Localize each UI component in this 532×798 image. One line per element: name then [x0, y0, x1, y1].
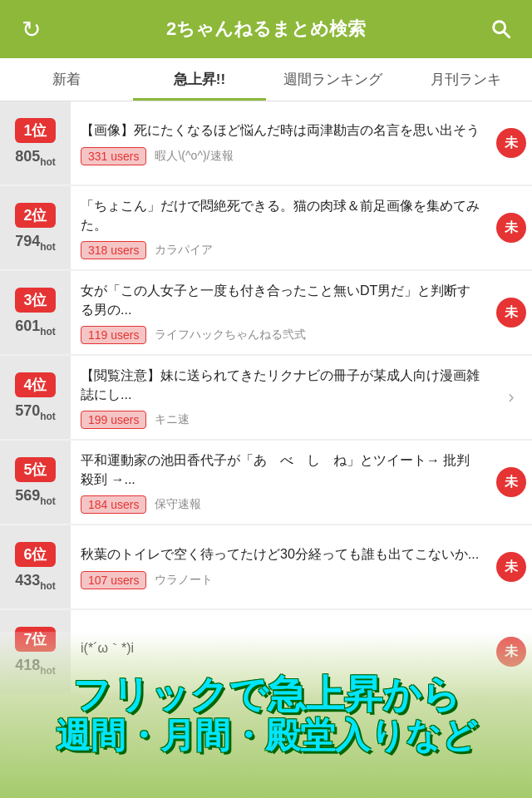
users-badge: 107 users — [81, 571, 146, 589]
item-title: 女が「この人女子と一度も付き合ったこと無いDT男だ」と判断する男の... — [81, 281, 482, 319]
action-column[interactable]: 未 — [490, 271, 532, 354]
list-item[interactable]: 1位805hot【画像】死にたくなるほど悩んだ時は両津勘吉の名言を思い出そう33… — [0, 101, 532, 185]
refresh-button[interactable]: ↻ — [15, 13, 47, 45]
users-badge: 331 users — [81, 147, 146, 165]
content-column: 「ちょこん」だけで悶絶死できる。猫の肉球＆前足画像を集めてみた。318 user… — [71, 186, 490, 269]
unread-badge[interactable]: 未 — [496, 128, 526, 158]
hot-count: 569hot — [15, 487, 56, 507]
rank-badge: 2位 — [15, 203, 55, 228]
article-list: 1位805hot【画像】死にたくなるほど悩んだ時は両津勘吉の名言を思い出そう33… — [0, 101, 532, 693]
source-label: ウラノート — [155, 573, 213, 588]
users-badge: 318 users — [81, 241, 146, 259]
item-title: 【閲覧注意】妹に送られてきたリクナビの冊子が某成人向け漫画雑誌にし... — [81, 366, 482, 404]
content-column: 秋葉のトイレで空く待ってたけど30分経っても誰も出てこないか...107 use… — [71, 525, 490, 608]
source-label: キニ速 — [155, 412, 190, 427]
list-item[interactable]: 4位570hot【閲覧注意】妹に送られてきたリクナビの冊子が某成人向け漫画雑誌に… — [0, 356, 532, 439]
rank-column: 6位433hot — [0, 525, 71, 608]
search-button[interactable] — [485, 13, 517, 45]
tab-weekly[interactable]: 週間ランキング — [266, 58, 399, 101]
tab-bar: 新着急上昇!!週間ランキング月刊ランキ — [0, 58, 532, 101]
refresh-icon: ↻ — [22, 16, 41, 43]
unread-badge[interactable]: 未 — [496, 552, 526, 582]
hot-count: 433hot — [15, 572, 56, 592]
tab-new[interactable]: 新着 — [0, 58, 133, 101]
item-meta: 331 users暇人\(^o^)/速報 — [81, 147, 482, 165]
app-header: ↻ 2ちゃんねるまとめ検索 — [0, 0, 532, 58]
rank-badge: 6位 — [15, 542, 55, 567]
rank-badge: 3位 — [15, 288, 55, 313]
promo-overlay: フリックで急上昇から 週間・月間・殿堂入りなど — [0, 632, 532, 798]
item-meta: 318 usersカラパイア — [81, 241, 482, 259]
list-item[interactable]: 5位569hot平和運動家の池田香代子が「あ べ し ね」とツイート→ 批判殺到… — [0, 441, 532, 524]
action-column[interactable]: 未 — [490, 441, 532, 524]
tab-monthly[interactable]: 月刊ランキ — [399, 58, 532, 101]
rank-badge: 5位 — [15, 457, 55, 482]
chevron-right-icon[interactable]: › — [508, 387, 514, 408]
list-item[interactable]: 2位794hot「ちょこん」だけで悶絶死できる。猫の肉球＆前足画像を集めてみた。… — [0, 186, 532, 269]
hot-count: 570hot — [15, 402, 56, 422]
hot-count: 805hot — [15, 148, 56, 168]
item-title: 「ちょこん」だけで悶絶死できる。猫の肉球＆前足画像を集めてみた。 — [81, 196, 482, 234]
unread-badge[interactable]: 未 — [496, 467, 526, 497]
item-meta: 199 usersキニ速 — [81, 411, 482, 429]
rank-badge: 4位 — [15, 372, 55, 397]
item-meta: 119 usersライフハックちゃんねる弐式 — [81, 326, 482, 344]
tab-rising[interactable]: 急上昇!! — [133, 58, 266, 101]
source-label: 保守速報 — [155, 497, 201, 512]
svg-point-0 — [494, 22, 505, 33]
rank-column: 3位601hot — [0, 271, 71, 354]
overlay-line1: フリックで急上昇から — [72, 673, 461, 716]
item-meta: 184 users保守速報 — [81, 495, 482, 514]
content-column: 【画像】死にたくなるほど悩んだ時は両津勘吉の名言を思い出そう331 users暇… — [71, 101, 490, 185]
users-badge: 199 users — [81, 411, 146, 429]
list-item[interactable]: 6位433hot秋葉のトイレで空く待ってたけど30分経っても誰も出てこないか..… — [0, 525, 532, 608]
users-badge: 184 users — [81, 495, 146, 514]
source-label: カラパイア — [155, 243, 213, 258]
users-badge: 119 users — [81, 326, 146, 344]
action-column[interactable]: 未 — [490, 186, 532, 269]
rank-column: 1位805hot — [0, 101, 71, 185]
item-title: 平和運動家の池田香代子が「あ べ し ね」とツイート→ 批判殺到 →... — [81, 451, 482, 489]
rank-column: 5位569hot — [0, 441, 71, 524]
search-icon — [490, 17, 513, 41]
rank-badge: 1位 — [15, 118, 55, 143]
action-column[interactable]: › — [490, 356, 532, 439]
content-column: 平和運動家の池田香代子が「あ べ し ね」とツイート→ 批判殺到 →...184… — [71, 441, 490, 524]
hot-count: 601hot — [15, 318, 56, 337]
source-label: 暇人\(^o^)/速報 — [155, 149, 233, 164]
item-title: 【画像】死にたくなるほど悩んだ時は両津勘吉の名言を思い出そう — [81, 121, 482, 140]
action-column[interactable]: 未 — [490, 101, 532, 185]
hot-count: 794hot — [15, 233, 56, 253]
item-meta: 107 usersウラノート — [81, 571, 482, 589]
content-column: 【閲覧注意】妹に送られてきたリクナビの冊子が某成人向け漫画雑誌にし...199 … — [71, 356, 490, 439]
overlay-line2: 週間・月間・殿堂入りなど — [56, 715, 477, 756]
item-title: 秋葉のトイレで空く待ってたけど30分経っても誰も出てこないか... — [81, 544, 482, 564]
source-label: ライフハックちゃんねる弐式 — [155, 328, 306, 342]
svg-line-1 — [504, 32, 510, 38]
rank-column: 4位570hot — [0, 356, 71, 439]
unread-badge[interactable]: 未 — [496, 298, 526, 328]
action-column[interactable]: 未 — [490, 525, 532, 608]
app-title: 2ちゃんねるまとめ検索 — [166, 17, 366, 42]
content-column: 女が「この人女子と一度も付き合ったこと無いDT男だ」と判断する男の...119 … — [71, 271, 490, 354]
unread-badge[interactable]: 未 — [496, 213, 526, 243]
rank-column: 2位794hot — [0, 186, 71, 269]
list-item[interactable]: 3位601hot女が「この人女子と一度も付き合ったこと無いDT男だ」と判断する男… — [0, 271, 532, 354]
